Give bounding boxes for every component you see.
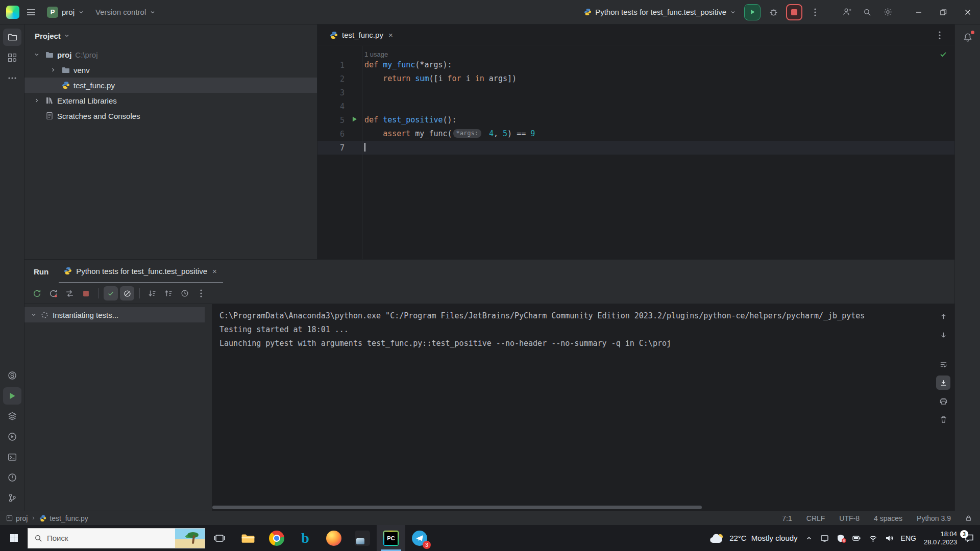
chevron-down-icon[interactable] [64,33,70,39]
code-line-3[interactable] [362,86,954,99]
line-number[interactable]: 6 [317,127,362,141]
scroll-up-button[interactable] [936,309,950,323]
line-number[interactable]: 3 [317,86,362,99]
bing-button[interactable]: b [291,525,320,551]
soft-wrap-button[interactable] [936,357,950,371]
run-toolwindow-title[interactable]: Run [34,267,48,276]
search-everywhere-button[interactable] [859,4,876,21]
file-explorer-button[interactable] [234,525,262,551]
telegram-button[interactable]: 3 [405,525,434,551]
sort-down-button[interactable] [145,286,159,300]
stripe-item-project[interactable] [3,29,21,46]
run-console[interactable]: C:\ProgramData\Anaconda3\python.exe "C:/… [212,304,932,511]
notifications-button[interactable] [959,29,977,46]
stripe-item-version-control[interactable] [3,489,21,507]
debug-button[interactable] [765,4,782,21]
scroll-to-end-button[interactable] [936,375,950,390]
more-actions-button[interactable] [806,4,824,21]
print-button[interactable] [936,394,950,408]
taskbar-search[interactable]: Поиск [28,528,205,548]
chrome-button[interactable] [262,525,291,551]
stripe-item-python-console[interactable] [3,428,21,445]
chevron-right-icon[interactable] [48,67,58,73]
code-line-6[interactable]: assert my_func(*args: 4, 5) == 9 [362,127,954,141]
status-line-ending[interactable]: CRLF [806,514,825,522]
code-line-5[interactable]: def test_positive(): [362,113,954,127]
tree-item-venv[interactable]: venv [24,62,317,78]
chevron-right-icon[interactable] [32,97,42,104]
stop-test-button[interactable] [79,286,93,300]
stripe-item-run[interactable] [3,387,21,405]
weather-widget[interactable]: 22°C Mostly cloudy [709,533,797,544]
stripe-item-terminal[interactable] [3,448,21,466]
editor-tab-test-func[interactable]: test_func.py × [317,24,400,45]
lock-icon[interactable] [965,515,972,521]
chevron-down-icon[interactable] [32,52,42,58]
line-number[interactable]: 2 [317,72,362,86]
stripe-item-structure[interactable] [3,49,21,66]
usages-inlay-hint[interactable]: 1 usage [362,46,954,58]
test-tree-item[interactable]: Instantiating tests... [24,307,205,322]
stop-button[interactable] [786,4,802,20]
status-indent[interactable]: 4 spaces [874,514,902,522]
tray-battery-icon[interactable] [852,534,861,542]
settings-button[interactable] [879,4,896,21]
breadcrumb-root[interactable]: proj [16,514,28,522]
rerun-button[interactable] [30,286,44,300]
tree-item-scratches[interactable]: Scratches and Consoles [24,108,317,123]
code-line-4[interactable] [362,99,954,113]
scroll-down-button[interactable] [936,328,950,342]
maximize-button[interactable] [931,0,955,24]
test-history-button[interactable] [178,286,192,300]
close-button[interactable] [955,0,980,24]
rerun-failed-button[interactable] [46,286,60,300]
photos-app-button[interactable] [348,525,377,551]
tray-expand-button[interactable] [805,535,813,542]
line-number[interactable]: 5 [317,113,362,127]
language-indicator[interactable]: ENG [901,534,916,542]
task-view-button[interactable] [205,525,234,551]
stripe-item-problems[interactable] [3,469,21,486]
stripe-item-python-packages[interactable] [3,367,21,384]
add-user-button[interactable] [838,4,855,21]
line-number[interactable]: 4 [317,99,362,113]
firefox-button[interactable] [320,525,348,551]
code-line-1[interactable]: def my_func(*args): [362,58,954,72]
clock-widget[interactable]: 18:04 28.07.2023 [924,530,957,546]
tray-shield-alert-icon[interactable] [837,534,845,542]
project-widget[interactable]: P proj [43,4,88,21]
code-line-2[interactable]: return sum([i for i in args]) [362,72,954,86]
clear-console-button[interactable] [936,412,950,427]
show-passed-toggle[interactable] [104,286,118,300]
status-encoding[interactable]: UTF-8 [839,514,860,522]
start-button[interactable] [0,525,28,551]
tree-item-external-libraries[interactable]: External Libraries [24,93,317,108]
line-number[interactable]: 7 [317,141,362,155]
action-center-button[interactable]: 3 [965,534,974,542]
sort-up-button[interactable] [161,286,176,300]
tree-item-root[interactable]: proj C:\proj [24,47,317,62]
run-button[interactable] [744,4,761,20]
tab-options-button[interactable] [931,27,948,44]
code-line-7[interactable] [362,141,954,155]
inspections-ok-icon[interactable] [939,50,947,58]
stripe-item-more[interactable] [3,69,21,87]
chevron-down-icon[interactable] [31,312,37,318]
run-toolbar-more-button[interactable] [194,286,208,300]
run-test-gutter-icon[interactable] [351,116,358,122]
minimize-button[interactable] [906,0,931,24]
breadcrumb-file[interactable]: test_func.py [50,514,88,522]
close-tab-icon[interactable]: × [387,31,394,39]
close-tab-icon[interactable]: × [211,267,218,276]
vcs-widget[interactable]: Version control [91,5,160,19]
tray-volume-icon[interactable] [885,534,893,542]
tray-network-icon[interactable] [869,534,877,542]
status-cursor-position[interactable]: 7:1 [782,514,792,522]
show-ignored-toggle[interactable] [120,286,134,300]
autotest-button[interactable] [62,286,77,300]
search-banner-image[interactable] [175,529,205,548]
pycharm-taskbar-button[interactable]: PC [377,525,405,551]
line-number[interactable]: 1 [317,58,362,72]
status-interpreter[interactable]: Python 3.9 [917,514,951,522]
tray-display-icon[interactable] [820,534,829,542]
